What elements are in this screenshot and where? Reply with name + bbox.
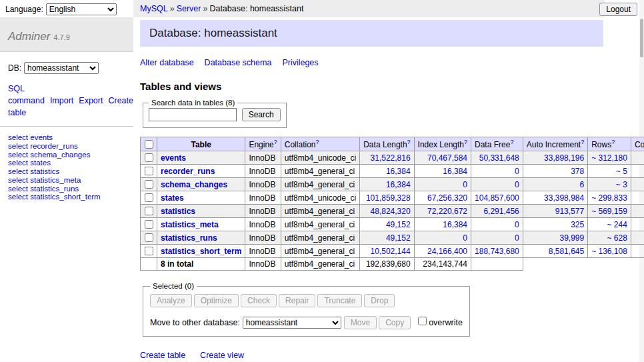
index-length-link[interactable]: 0: [463, 233, 467, 243]
table-name-link[interactable]: statistics_short_term: [161, 247, 241, 256]
create-link[interactable]: Create view: [200, 351, 244, 360]
index-length-link[interactable]: 0: [463, 180, 467, 189]
total-engine-cell: InnoDB: [245, 258, 281, 271]
sidebar-table-link[interactable]: select schema_changes: [8, 151, 125, 159]
collation-cell: utf8mb4_unicode_ci: [281, 191, 359, 205]
column-help-link[interactable]: ?: [407, 139, 411, 145]
table-name-link[interactable]: events: [161, 153, 186, 163]
data-length-link[interactable]: 48,824,320: [371, 207, 411, 216]
sidebar-action-link[interactable]: SQL command: [8, 84, 45, 105]
overwrite-checkbox[interactable]: [418, 317, 427, 325]
rows-count-link[interactable]: ~ 3: [616, 180, 627, 189]
operation-button[interactable]: Truncate: [317, 294, 362, 307]
db-action-link[interactable]: Privileges: [282, 58, 318, 67]
auto-increment-link[interactable]: 378: [571, 167, 584, 176]
column-help-link[interactable]: ?: [581, 139, 584, 145]
index-length-link[interactable]: 16,384: [443, 167, 467, 176]
index-length-link[interactable]: 24,166,400: [427, 247, 467, 256]
db-select[interactable]: homeassistant: [24, 62, 99, 74]
column-help-link[interactable]: ?: [464, 139, 467, 145]
sidebar-table-link[interactable]: select recorder_runs: [8, 142, 125, 151]
move-button[interactable]: Move: [344, 316, 377, 329]
row-checkbox[interactable]: [145, 233, 153, 242]
operation-button[interactable]: Check: [241, 294, 277, 307]
auto-increment-link[interactable]: 33,898,196: [544, 153, 584, 163]
rows-count-link[interactable]: ~ 569,159: [591, 207, 627, 216]
row-checkbox[interactable]: [145, 220, 153, 229]
table-name-link[interactable]: statistics_meta: [161, 220, 219, 229]
rows-count-link[interactable]: ~ 244: [607, 220, 627, 229]
sidebar-table-link[interactable]: select statistics: [8, 167, 125, 176]
row-checkbox[interactable]: [145, 207, 153, 215]
operation-button[interactable]: Optimize: [194, 294, 239, 307]
data-length-link[interactable]: 31,522,816: [371, 153, 411, 163]
logout-button[interactable]: Logout: [599, 3, 637, 16]
row-checkbox[interactable]: [145, 167, 153, 175]
data-free-link[interactable]: 0: [515, 233, 519, 243]
row-checkbox[interactable]: [145, 180, 153, 189]
data-length-link[interactable]: 10,502,144: [371, 247, 411, 256]
rows-count-link[interactable]: ~ 312,180: [591, 153, 627, 163]
data-length-link[interactable]: 101,859,328: [366, 193, 411, 203]
auto-increment-link[interactable]: 8,581,645: [549, 247, 584, 256]
sidebar-table-link[interactable]: select statistics_meta: [8, 176, 125, 185]
breadcrumb-link-mysql[interactable]: MySQL: [140, 4, 168, 13]
copy-button[interactable]: Copy: [379, 316, 411, 329]
column-help-link[interactable]: ?: [274, 139, 277, 145]
table-name-link[interactable]: statistics: [161, 207, 195, 216]
data-length-link[interactable]: 16,384: [386, 167, 411, 176]
table-name-link[interactable]: states: [161, 193, 184, 203]
rows-count-link[interactable]: ~ 136,108: [591, 247, 627, 256]
index-length-link[interactable]: 16,384: [443, 220, 467, 229]
data-length-link[interactable]: 49,152: [386, 233, 411, 243]
move-db-select[interactable]: homeassistant: [243, 317, 341, 329]
auto-increment-link[interactable]: 325: [571, 220, 584, 229]
select-all-checkbox[interactable]: [145, 140, 153, 149]
breadcrumb-link-server[interactable]: Server: [177, 4, 201, 13]
index-length-link[interactable]: 67,256,320: [427, 193, 467, 203]
column-help-link[interactable]: ?: [611, 139, 615, 145]
db-action-link[interactable]: Alter database: [140, 58, 194, 67]
operation-button[interactable]: Analyze: [150, 294, 192, 307]
column-help-link[interactable]: ?: [510, 139, 513, 145]
data-length-link[interactable]: 16,384: [386, 180, 411, 189]
sidebar-table-link[interactable]: select statistics_short_term: [8, 193, 125, 201]
auto-increment-link[interactable]: 39,999: [559, 233, 584, 243]
row-checkbox[interactable]: [145, 153, 153, 162]
search-button[interactable]: Search: [242, 108, 281, 121]
sidebar-action-link[interactable]: Import: [50, 96, 73, 105]
table-name-link[interactable]: schema_changes: [161, 180, 227, 189]
row-checkbox[interactable]: [145, 193, 153, 202]
auto-increment-link[interactable]: 33,398,984: [544, 193, 584, 203]
data-free-link[interactable]: 104,857,600: [475, 193, 519, 203]
operation-button[interactable]: Drop: [364, 294, 395, 307]
column-help-link[interactable]: ?: [315, 139, 319, 145]
data-free-link[interactable]: 0: [515, 180, 519, 189]
db-action-link[interactable]: Database schema: [205, 58, 272, 67]
rows-count-link[interactable]: ~ 299,833: [591, 193, 627, 203]
rows-count-link[interactable]: ~ 5: [616, 167, 627, 176]
sidebar-table-link[interactable]: select events: [8, 133, 125, 142]
sidebar-action-link[interactable]: Export: [79, 96, 103, 105]
row-checkbox[interactable]: [145, 247, 153, 255]
rows-count-link[interactable]: ~ 628: [607, 233, 627, 243]
data-free-link[interactable]: 50,331,648: [479, 153, 519, 163]
table-name-link[interactable]: statistics_runs: [161, 233, 217, 243]
data-free-link[interactable]: 188,743,680: [475, 247, 519, 256]
table-name-link[interactable]: recorder_runs: [161, 167, 215, 176]
index-length-link[interactable]: 72,220,672: [427, 207, 467, 216]
sidebar-table-link[interactable]: select statistics_runs: [8, 185, 125, 193]
auto-increment-link[interactable]: 6: [579, 180, 584, 189]
index-length-link[interactable]: 70,467,584: [427, 153, 467, 163]
auto-increment-link[interactable]: 913,577: [555, 207, 584, 216]
create-link[interactable]: Create table: [140, 351, 185, 360]
data-length-link[interactable]: 49,152: [386, 220, 411, 229]
language-select[interactable]: English: [46, 3, 117, 15]
data-free-link[interactable]: 0: [515, 220, 519, 229]
app-version[interactable]: 4.7.9: [53, 33, 69, 41]
operation-button[interactable]: Repair: [279, 294, 315, 307]
search-input[interactable]: [149, 108, 237, 121]
data-free-link[interactable]: 0: [515, 167, 519, 176]
sidebar-table-link[interactable]: select states: [8, 159, 125, 167]
data-free-link[interactable]: 6,291,456: [483, 207, 519, 216]
